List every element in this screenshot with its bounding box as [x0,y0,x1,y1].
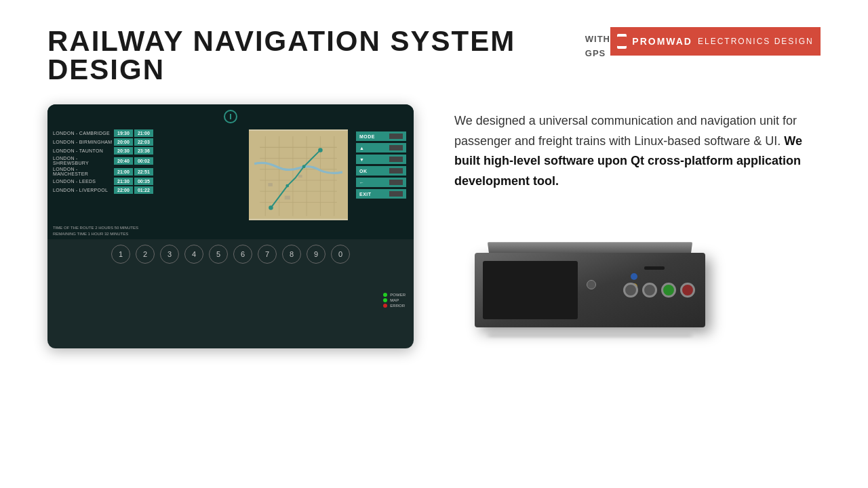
route-dep[interactable]: 20:00 [114,138,133,146]
power-icon [230,114,231,119]
status-dot [383,298,387,302]
status-label: ERROR [390,304,405,308]
screen-main: LONDON - CAMBRIDGE 19:30 21:00 LONDON - … [47,127,414,223]
ctrl-btn-mode[interactable]: MODE [356,131,406,141]
route-row: LONDON - CAMBRIDGE 19:30 21:00 [53,129,243,137]
hw-screen [483,261,578,319]
description-normal: We designed a universal communication an… [454,114,797,148]
key-btn-7[interactable]: 7 [258,245,277,264]
route-row: LONDON - MANCHESTER 21:00 22:51 [53,167,243,176]
ctrl-btn-[interactable]: ▲ [356,143,406,152]
route-name: LONDON - MANCHESTER [53,167,114,176]
title-group: RAILWAY NAVIGATION SYSTEM DESIGN WITH GP… [47,27,610,84]
status-dot [383,293,387,297]
hw-slot [644,266,665,270]
hw-button [587,280,596,289]
route-arr: 21:00 [134,129,153,137]
svg-rect-18 [285,196,290,200]
key-btn-0[interactable]: 0 [331,245,350,264]
content-area: LONDON - CAMBRIDGE 19:30 21:00 LONDON - … [0,84,868,348]
key-btn-3[interactable]: 3 [160,245,179,264]
ctrl-indicator [389,134,403,139]
route-time-text: TIME OF THE ROUTE 2 HOURS 50 MINUTES [53,225,408,231]
route-row: LONDON - SHREWSBURY 20:40 00:02 [53,156,243,165]
route-row: LONDON - LIVERPOOL 22:00 01:22 [53,186,243,194]
ctrl-label: ← [359,180,365,185]
ctrl-indicator [389,157,403,162]
ctrl-btn-ok[interactable]: OK [356,166,406,176]
power-button-screen[interactable] [224,110,237,123]
route-row: LONDON - TAUNTON 20:30 23:36 [53,147,243,155]
route-arr: 00:35 [134,178,153,185]
hw-top-edge [488,242,692,253]
ctrl-indicator [389,191,403,197]
brand-name: PROMWAD [632,36,692,47]
status-label: POWER [390,293,406,297]
key-btn-4[interactable]: 4 [184,245,203,264]
route-dep[interactable]: 19:30 [114,129,133,137]
right-content: We designed a universal communication an… [454,104,821,341]
brand-sub: ELECTRONICS DESIGN [698,37,814,46]
route-name: LONDON - CAMBRIDGE [53,131,114,136]
route-name: LONDON - TAUNTON [53,148,114,153]
brand-icon [617,34,627,49]
screen-top [47,104,414,127]
route-name: LONDON - BIRMINGHAM [53,140,114,144]
key-btn-9[interactable]: 9 [307,245,326,264]
map-area [249,129,348,220]
page-title: RAILWAY NAVIGATION SYSTEM DESIGN [47,27,572,84]
key-btn-2[interactable]: 2 [136,245,155,264]
hw-body [475,253,705,327]
svg-rect-17 [268,183,272,186]
brand-icon-inner [617,37,627,46]
ctrl-indicator [389,145,403,150]
hw-connector-red [680,283,695,298]
route-dep[interactable]: 22:00 [114,186,133,194]
svg-point-13 [269,205,273,209]
ctrl-indicator [389,180,403,185]
hw-reflection [488,331,692,338]
brand-badge: PROMWAD ELECTRONICS DESIGN [610,27,821,56]
route-dep[interactable]: 21:00 [114,168,133,176]
route-dep[interactable]: 20:40 [114,157,133,165]
svg-point-15 [302,165,306,168]
key-btn-8[interactable]: 8 [282,245,301,264]
ctrl-btn-[interactable]: ▼ [356,155,406,164]
route-row: LONDON - LEEDS 21:30 00:35 [53,178,243,185]
hw-connector-1 [623,283,638,298]
hw-connector-2 [642,283,657,298]
route-name: LONDON - LEEDS [53,179,114,184]
key-btn-5[interactable]: 5 [209,245,228,264]
status-label: MAP [390,298,399,302]
route-name: LONDON - SHREWSBURY [53,156,114,165]
hardware-image [454,219,712,341]
ctrl-label: EXIT [359,192,372,197]
with-label: WITH [585,34,610,45]
key-btn-1[interactable]: 1 [111,245,130,264]
route-name: LONDON - LIVERPOOL [53,188,114,192]
route-arr: 22:03 [134,138,153,146]
ctrl-btn-[interactable]: ← [356,178,406,187]
controls-panel: MODE▲▼OK←EXIT [354,129,408,220]
ctrl-btn-exit[interactable]: EXIT [356,189,406,199]
ctrl-label: MODE [359,134,375,139]
route-dep[interactable]: 21:30 [114,178,133,185]
status-indicators: POWER MAP ERROR [383,293,406,308]
ctrl-label: ▼ [359,157,364,162]
keypad: 1234567890 [47,239,414,267]
hw-led-blue [631,273,637,280]
ctrl-label: ▲ [359,146,364,150]
status-row: MAP [383,298,406,302]
ctrl-indicator [389,168,403,174]
svg-point-14 [285,184,289,188]
route-table: LONDON - CAMBRIDGE 19:30 21:00 LONDON - … [53,129,243,220]
description-text: We designed a universal communication an… [454,111,807,192]
hw-connectors [623,283,695,298]
svg-rect-19 [298,175,302,178]
key-btn-6[interactable]: 6 [233,245,252,264]
page-header: RAILWAY NAVIGATION SYSTEM DESIGN WITH GP… [0,0,868,84]
svg-point-16 [318,148,322,152]
status-row: ERROR [383,304,406,308]
route-arr: 23:36 [134,147,153,155]
route-dep[interactable]: 20:30 [114,147,133,155]
